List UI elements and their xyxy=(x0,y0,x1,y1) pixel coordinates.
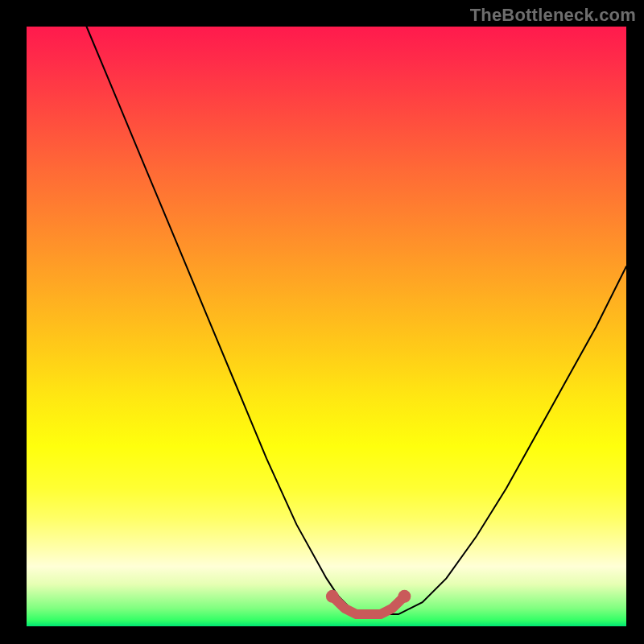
watermark-text: TheBottleneck.com xyxy=(470,5,636,26)
highlight-dot xyxy=(398,590,411,603)
highlight-dot xyxy=(326,590,339,603)
chart-svg xyxy=(27,27,626,626)
bottleneck-curve xyxy=(87,27,627,614)
chart-container: TheBottleneck.com xyxy=(0,0,644,644)
zero-bottleneck-band xyxy=(332,597,405,614)
plot-area xyxy=(27,27,626,626)
